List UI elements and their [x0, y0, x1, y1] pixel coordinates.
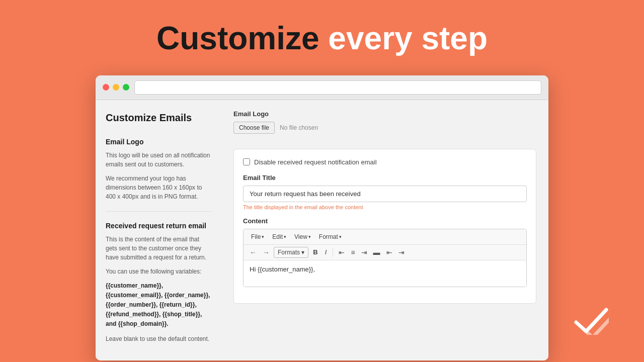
traffic-light-yellow[interactable]: [113, 84, 119, 90]
disable-checkbox[interactable]: [243, 158, 250, 165]
formats-label: Formats: [278, 249, 300, 256]
choose-file-button[interactable]: Choose file: [233, 122, 275, 134]
undo-btn[interactable]: ←: [248, 247, 259, 257]
content-label: Content: [243, 217, 527, 225]
bold-btn[interactable]: B: [310, 247, 320, 257]
browser-window: Customize Emails Email Logo This logo wi…: [96, 75, 548, 360]
file-arrow: ▾: [262, 234, 264, 239]
email-logo-right-section: Email Logo Choose file No file chosen: [233, 110, 536, 134]
received-request-desc1: This is the content of the email that ge…: [106, 235, 211, 262]
traffic-lights: [103, 84, 129, 90]
email-title-group: Email Title The title displayed in the e…: [243, 174, 527, 210]
editor-body[interactable]: Hi {{customer_name}},: [244, 260, 526, 287]
italic-btn[interactable]: I: [323, 247, 330, 257]
indent-right-btn[interactable]: ⇥: [396, 247, 407, 257]
editor-toolbar-bottom: ← → Formats ▾ B I ⇤ ≡: [244, 245, 526, 260]
received-request-title: Received request return email: [106, 222, 211, 230]
disable-checkbox-label: Disable received request notification em…: [254, 158, 377, 166]
email-title-hint: The title displayed in the email above t…: [243, 204, 527, 210]
format-menu-label: Format: [319, 233, 338, 240]
file-menu-label: File: [251, 233, 261, 240]
right-panel: Email Logo Choose file No file chosen Di…: [221, 100, 548, 360]
indent-left-btn[interactable]: ⇤: [384, 247, 394, 257]
left-panel: Customize Emails Email Logo This logo wi…: [96, 100, 221, 360]
email-logo-desc1: This logo will be used on all notificati…: [106, 151, 211, 169]
variables-bold: {{customer_name}}, {{customer_email}}, {…: [106, 282, 210, 328]
browser-chrome: [96, 75, 548, 100]
file-menu-btn[interactable]: File ▾: [248, 232, 268, 242]
edit-arrow: ▾: [284, 234, 286, 239]
align-left-btn[interactable]: ⇤: [337, 247, 347, 257]
email-section-box: Disable received request notification em…: [233, 149, 536, 304]
formats-dropdown[interactable]: Formats ▾: [274, 247, 308, 258]
email-logo-right-label: Email Logo: [233, 110, 536, 118]
align-right-btn[interactable]: ⇥: [359, 247, 369, 257]
formats-arrow: ▾: [301, 249, 304, 256]
view-arrow: ▾: [308, 234, 311, 239]
file-input-row: Choose file No file chosen: [233, 122, 536, 134]
align-justify-btn[interactable]: ▬: [371, 247, 382, 257]
email-logo-left-title: Email Logo: [106, 138, 211, 146]
format-arrow: ▾: [339, 234, 342, 239]
address-bar[interactable]: [134, 80, 541, 95]
editor-toolbar-top: File ▾ Edit ▾ View ▾: [244, 229, 526, 245]
received-request-desc2: You can use the following variables:: [106, 267, 211, 276]
leave-blank-text: Leave blank to use the default content.: [106, 334, 211, 343]
redo-btn[interactable]: →: [261, 247, 272, 257]
disable-checkbox-row: Disable received request notification em…: [243, 158, 527, 166]
headline-part2: every step: [328, 20, 488, 56]
email-title-label: Email Title: [243, 174, 527, 182]
checkmark-icon: [574, 307, 609, 337]
headline-part1: Customize: [156, 20, 319, 56]
received-request-left-section: Received request return email This is th…: [106, 222, 211, 343]
traffic-light-green[interactable]: [123, 84, 129, 90]
edit-menu-label: Edit: [272, 233, 283, 240]
divider: [106, 211, 211, 212]
toolbar-separator: [333, 248, 333, 257]
edit-menu-btn[interactable]: Edit ▾: [269, 232, 290, 242]
page-headline: Customize every step: [156, 20, 488, 57]
variables-text: {{customer_name}}, {{customer_email}}, {…: [106, 281, 211, 329]
editor-content: Hi {{customer_name}},: [250, 265, 315, 273]
page-title: Customize Emails: [106, 112, 211, 124]
format-menu-btn[interactable]: Format ▾: [315, 232, 345, 242]
email-logo-desc2: We recommend your logo has dimensions be…: [106, 174, 211, 201]
email-title-input[interactable]: [243, 186, 527, 202]
browser-content: Customize Emails Email Logo This logo wi…: [96, 100, 548, 360]
editor-box: File ▾ Edit ▾ View ▾: [243, 229, 527, 287]
view-menu-btn[interactable]: View ▾: [291, 232, 314, 242]
email-logo-left-section: Email Logo This logo will be used on all…: [106, 138, 211, 201]
no-file-text: No file chosen: [280, 124, 318, 131]
traffic-light-red[interactable]: [103, 84, 109, 90]
align-center-btn[interactable]: ≡: [349, 247, 357, 257]
view-menu-label: View: [294, 233, 307, 240]
content-group: Content File ▾ Edit ▾: [243, 217, 527, 287]
